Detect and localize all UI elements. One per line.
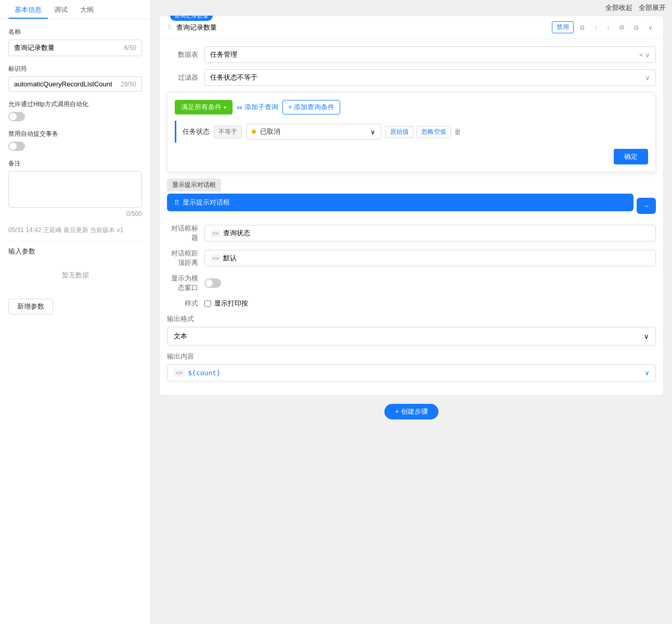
add-sub-query-button[interactable]: ⇔ 添加子查询: [237, 103, 278, 112]
name-group: 名称 查询记录数量 6/50: [8, 28, 142, 56]
top-padding-row: 对话框距顶距离 <> 默认: [167, 249, 656, 268]
output-content-section: 输出内容 <> ${count} ∨: [167, 352, 656, 381]
condition-tags: 原始值 忽略空值 🗑: [385, 126, 461, 138]
params-title: 输入参数: [8, 247, 142, 256]
dialog-title-label: 对话框标题: [167, 224, 198, 243]
print-checkbox[interactable]: [204, 300, 211, 307]
dialog-title-input[interactable]: <> 查询状态: [204, 225, 656, 241]
dialog-title-value: 查询状态: [223, 228, 250, 238]
step-tag: 查询记录数量: [170, 16, 213, 21]
step-actions: 禁用 ⧉ ↑ ↓ ⚙ ⧉ ∨: [552, 21, 656, 33]
right-content: 查询记录数量 ⠿ 查询记录数量 禁用 ⧉ ↑ ↓ ⚙ ⧉ ∨ 数据表: [151, 16, 672, 624]
transaction-label: 禁用自动提交事务: [8, 130, 142, 138]
settings-icon[interactable]: ⚙: [616, 23, 628, 32]
transaction-toggle[interactable]: [8, 142, 25, 151]
tab-outline[interactable]: 大纲: [74, 0, 100, 19]
value-chevron-icon: ∨: [370, 128, 376, 136]
name-value: 查询记录数量: [14, 43, 55, 53]
condition-field: 任务状态: [183, 127, 210, 136]
top-padding-input[interactable]: <> 默认: [204, 250, 656, 266]
dialog-title-row: 对话框标题 <> 查询状态: [167, 224, 656, 243]
modal-row: 显示为模态窗口: [167, 274, 656, 292]
filter-select[interactable]: 任务状态不等于 ∨: [204, 69, 656, 86]
id-label: 标识符: [8, 65, 142, 73]
filter-row: 过滤器 任务状态不等于 ∨: [167, 69, 656, 86]
output-format-select[interactable]: 文本 ∨: [167, 327, 656, 346]
output-content-chevron: ∨: [645, 369, 649, 377]
tab-bar: 基本信息 调试 大纲: [0, 0, 150, 19]
top-padding-value: 默认: [223, 253, 237, 263]
step-title: 查询记录数量: [176, 23, 548, 32]
ignore-empty-tag[interactable]: 忽略空值: [417, 126, 451, 138]
step-card: 查询记录数量 ⠿ 查询记录数量 禁用 ⧉ ↑ ↓ ⚙ ⧉ ∨ 数据表: [159, 16, 664, 396]
copy-icon[interactable]: ⧉: [577, 23, 588, 32]
add-sub-label: 添加子查询: [244, 103, 278, 112]
http-label: 允许通过Http方式调用自动化: [8, 100, 142, 109]
output-format-value: 文本: [174, 332, 187, 341]
note-textarea[interactable]: [8, 171, 142, 208]
blue-action-icon[interactable]: →: [637, 198, 656, 214]
chevron-down-icon: ∨: [645, 51, 650, 59]
data-table-label: 数据表: [167, 50, 198, 59]
hint-card-label: 显示提示对话框: [183, 198, 230, 207]
step-header: ⠿ 查询记录数量 禁用 ⧉ ↑ ↓ ⚙ ⧉ ∨: [160, 16, 663, 39]
move-down-icon[interactable]: ↓: [603, 23, 613, 32]
display-hint-tag: 显示提示对话框: [167, 179, 221, 192]
id-input[interactable]: automaticQueryRecordListCount 29/50: [8, 77, 142, 92]
disable-button[interactable]: 禁用: [552, 21, 574, 33]
drag-handle-icon[interactable]: ⠿: [167, 23, 172, 31]
transaction-toggle-row: [8, 142, 142, 151]
code-icon: <>: [210, 230, 221, 237]
duplicate-icon[interactable]: ⧉: [631, 23, 642, 32]
id-count: 29/50: [121, 81, 136, 88]
tab-basic-info[interactable]: 基本信息: [8, 0, 48, 19]
filter-label: 过滤器: [167, 73, 198, 82]
code-icon-2: <>: [210, 254, 221, 262]
transaction-group: 禁用自动提交事务: [8, 130, 142, 151]
move-up-icon[interactable]: ↑: [591, 23, 600, 32]
data-table-value: 任务管理: [210, 50, 237, 59]
id-value: automaticQueryRecordListCount: [14, 80, 112, 88]
id-group: 标识符 automaticQueryRecordListCount 29/50: [8, 65, 142, 92]
output-format-section: 输出格式 文本 ∨: [167, 314, 656, 346]
data-table-select[interactable]: 任务管理 × ∨: [204, 46, 656, 63]
http-group: 允许通过Http方式调用自动化: [8, 100, 142, 121]
output-content-select[interactable]: <> ${count} ∨: [167, 364, 656, 381]
output-content-label: 输出内容: [167, 352, 656, 361]
condition-value-select[interactable]: 已取消 ∨: [246, 124, 381, 139]
tab-debug[interactable]: 调试: [48, 0, 74, 19]
original-value-tag[interactable]: 原始值: [385, 126, 413, 138]
create-step-button[interactable]: + 创建步骤: [384, 404, 438, 419]
note-group: 备注 0/500: [8, 159, 142, 218]
display-hint-bar: ⠿ 显示提示对话框 →: [167, 194, 656, 218]
print-label: 显示打印按: [214, 299, 248, 308]
right-top-bar: 全部收起 全部展开: [151, 0, 672, 16]
filter-top-bar: 满足所有条件 ▾ ⇔ 添加子查询 + 添加查询条件: [175, 100, 648, 114]
drag-handle-icon-hint[interactable]: ⠿: [174, 199, 179, 207]
filter-confirm-row: 确定: [175, 149, 648, 164]
delete-condition-button[interactable]: 🗑: [454, 128, 461, 136]
collapse-all-button[interactable]: 全部收起: [605, 3, 632, 12]
http-toggle[interactable]: [8, 112, 25, 121]
output-format-chevron: ∨: [644, 333, 649, 340]
modal-toggle[interactable]: [204, 278, 221, 288]
style-print-wrapper: 显示打印按: [204, 299, 248, 308]
condition-op: 不等于: [214, 125, 242, 138]
filter-value: 任务状态不等于: [210, 73, 257, 82]
clear-icon[interactable]: ×: [639, 51, 643, 59]
modal-label: 显示为模态窗口: [167, 274, 198, 292]
add-query-condition-button[interactable]: + 添加查询条件: [282, 100, 340, 114]
name-input[interactable]: 查询记录数量 6/50: [8, 40, 142, 56]
note-count: 0/500: [8, 210, 142, 218]
filter-chevron-icon: ∨: [645, 74, 650, 82]
params-group: 输入参数 暂无数据: [8, 247, 142, 290]
condition-value-wrapper: 已取消: [252, 127, 280, 136]
confirm-button[interactable]: 确定: [614, 149, 648, 164]
create-step-bar: + 创建步骤: [159, 404, 664, 419]
condition-all-button[interactable]: 满足所有条件 ▾: [175, 100, 232, 114]
output-content-value: ${count}: [188, 369, 221, 377]
expand-icon[interactable]: ∨: [645, 23, 656, 32]
name-count: 6/50: [124, 44, 136, 52]
add-param-button[interactable]: 新增参数: [8, 299, 53, 314]
expand-all-button[interactable]: 全部展开: [639, 3, 666, 12]
